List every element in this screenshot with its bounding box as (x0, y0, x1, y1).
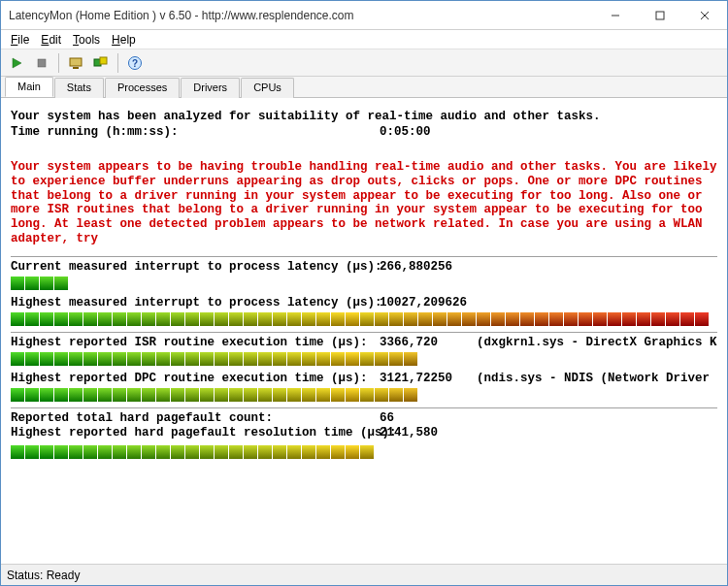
latency-bar-isr (11, 352, 717, 366)
metric-label: Highest reported hard pagefault resoluti… (11, 426, 380, 440)
metric-value: 3366,720 (380, 336, 477, 349)
maximize-button[interactable] (638, 1, 682, 30)
latency-bar-current (11, 277, 717, 290)
menu-file[interactable]: File (5, 31, 35, 49)
svg-rect-7 (73, 67, 79, 69)
metric-label: Current measured interrupt to process la… (11, 260, 380, 274)
time-running-value: 0:05:00 (380, 125, 431, 139)
svg-rect-1 (656, 12, 664, 19)
computer-button[interactable] (64, 51, 87, 75)
svg-rect-6 (70, 58, 82, 66)
metric-highest-interrupt: Highest measured interrupt to process la… (11, 296, 717, 309)
metric-current-interrupt: Current measured interrupt to process la… (11, 260, 717, 274)
svg-rect-9 (100, 57, 107, 64)
metric-dpc: Highest reported DPC routine execution t… (11, 372, 717, 385)
metric-label: Reported total hard pagefault count: (11, 411, 380, 425)
play-button[interactable] (5, 51, 28, 75)
time-running-row: Time running (h:mm:ss): 0:05:00 (11, 125, 717, 139)
metric-value: 266,880256 (380, 260, 477, 274)
window-title: LatencyMon (Home Edition ) v 6.50 - http… (9, 9, 593, 22)
svg-marker-4 (13, 58, 21, 68)
menu-help[interactable]: Help (106, 31, 142, 49)
tab-stats[interactable]: Stats (54, 78, 104, 98)
metric-value: 10027,209626 (380, 296, 477, 309)
toolbar-separator (117, 53, 118, 73)
toolbar: ? (1, 49, 727, 77)
latency-bar-pagefault (11, 445, 717, 459)
metric-pagefault-time: Highest reported hard pagefault resoluti… (11, 426, 717, 440)
metric-isr: Highest reported ISR routine execution t… (11, 336, 717, 349)
tab-main[interactable]: Main (5, 77, 53, 97)
metric-value: 3121,72250 (380, 372, 477, 385)
tab-cpus[interactable]: CPUs (241, 78, 294, 98)
main-content: Your system has been analyzed for suitab… (1, 98, 727, 564)
svg-text:?: ? (132, 58, 138, 69)
warning-text: Your system appears to be having trouble… (11, 160, 717, 246)
menu-edit[interactable]: Edit (35, 31, 67, 49)
computer-icon (68, 55, 83, 71)
window-titlebar: LatencyMon (Home Edition ) v 6.50 - http… (1, 1, 727, 30)
menu-tools[interactable]: Tools (67, 31, 106, 49)
help-icon: ? (127, 55, 143, 71)
tab-drivers[interactable]: Drivers (181, 78, 240, 98)
status-bar: Status: Ready (1, 564, 727, 585)
metric-value: 2141,580 (380, 426, 477, 440)
tab-bar: Main Stats Processes Drivers CPUs (1, 77, 727, 98)
section-isr-dpc: Highest reported ISR routine execution t… (11, 332, 717, 402)
metric-label: Highest measured interrupt to process la… (11, 296, 380, 309)
metric-detail: (dxgkrnl.sys - DirectX Graphics Kernel, … (477, 336, 717, 349)
close-button[interactable] (682, 1, 727, 30)
play-icon (10, 56, 23, 70)
modules-icon (93, 55, 109, 71)
metric-label: Highest reported DPC routine execution t… (11, 372, 380, 385)
metric-label: Highest reported ISR routine execution t… (11, 336, 380, 349)
minimize-button[interactable] (593, 1, 638, 30)
menu-bar: File Edit Tools Help (1, 30, 727, 49)
metric-detail: (ndis.sys - NDIS (Network Driver Interfa… (477, 372, 717, 385)
status-text: Status: Ready (7, 569, 80, 582)
time-running-label: Time running (h:mm:ss): (11, 125, 380, 139)
section-pagefault: Reported total hard pagefault count: 66 … (11, 407, 717, 459)
section-interrupt-latency: Current measured interrupt to process la… (11, 256, 717, 326)
help-button[interactable]: ? (123, 51, 147, 75)
stop-button[interactable] (30, 51, 53, 75)
svg-rect-5 (38, 59, 46, 67)
metric-value: 66 (380, 411, 477, 425)
analyzed-text: Your system has been analyzed for suitab… (11, 110, 717, 123)
modules-button[interactable] (89, 51, 113, 75)
latency-bar-dpc (11, 388, 717, 402)
metric-pagefault-count: Reported total hard pagefault count: 66 (11, 411, 717, 425)
stop-icon (35, 56, 49, 70)
latency-bar-highest (11, 312, 717, 326)
toolbar-separator (58, 53, 59, 73)
tab-processes[interactable]: Processes (105, 78, 180, 98)
